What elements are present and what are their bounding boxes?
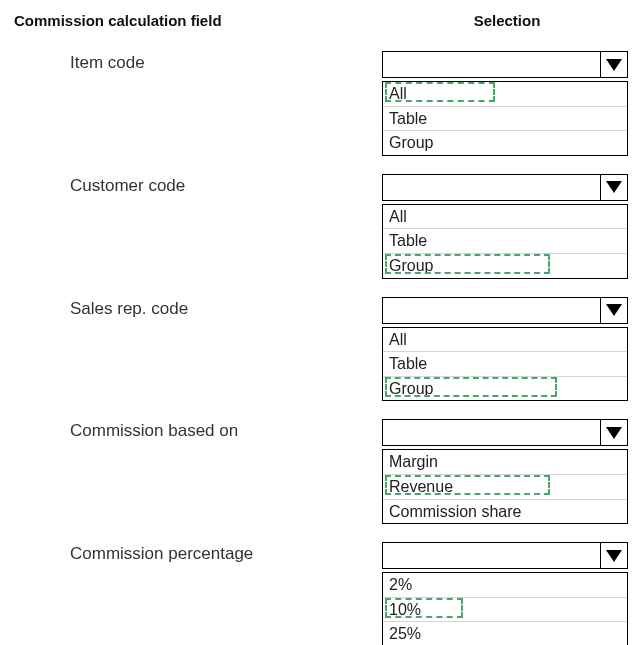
options-sales-rep-code: All Table Group (382, 327, 628, 402)
dropdown-commission-percentage[interactable] (382, 542, 628, 569)
column-header-selection: Selection (382, 12, 632, 39)
option-label: Group (389, 257, 433, 274)
dropdown-customer-code[interactable] (382, 174, 628, 201)
option-customer-code-all[interactable]: All (383, 205, 627, 230)
dropdown-item-code[interactable] (382, 51, 628, 78)
options-commission-percentage: 2% 10% 25% (382, 572, 628, 645)
option-based-on-margin[interactable]: Margin (383, 450, 627, 475)
option-label: 25% (389, 625, 421, 642)
options-item-code: All Table Group (382, 81, 628, 156)
dropdown-sales-rep-code[interactable] (382, 297, 628, 324)
chevron-down-icon (600, 175, 627, 200)
column-header-field: Commission calculation field (12, 12, 382, 39)
option-label: All (389, 331, 407, 348)
label-commission-percentage: Commission percentage (12, 530, 382, 645)
option-label: Table (389, 110, 427, 127)
option-customer-code-table[interactable]: Table (383, 229, 627, 254)
chevron-down-icon (600, 543, 627, 568)
label-customer-code: Customer code (12, 162, 382, 285)
chevron-down-icon (600, 420, 627, 445)
dropdown-commission-based-on[interactable] (382, 419, 628, 446)
option-percentage-10[interactable]: 10% (383, 598, 627, 623)
svg-marker-3 (606, 427, 622, 439)
option-label: 2% (389, 576, 412, 593)
svg-marker-0 (606, 59, 622, 71)
chevron-down-icon (600, 52, 627, 77)
option-based-on-revenue[interactable]: Revenue (383, 475, 627, 500)
option-percentage-2[interactable]: 2% (383, 573, 627, 598)
svg-marker-2 (606, 304, 622, 316)
label-sales-rep-code: Sales rep. code (12, 285, 382, 408)
option-label: Table (389, 355, 427, 372)
option-label: All (389, 85, 407, 102)
options-customer-code: All Table Group (382, 204, 628, 279)
option-label: Commission share (389, 503, 521, 520)
option-label: All (389, 208, 407, 225)
option-sales-rep-code-all[interactable]: All (383, 328, 627, 353)
option-label: Group (389, 134, 433, 151)
option-label: Group (389, 380, 433, 397)
option-item-code-all[interactable]: All (383, 82, 627, 107)
option-label: 10% (389, 601, 421, 618)
options-commission-based-on: Margin Revenue Commission share (382, 449, 628, 524)
option-label: Table (389, 232, 427, 249)
option-percentage-25[interactable]: 25% (383, 622, 627, 645)
option-sales-rep-code-group[interactable]: Group (383, 377, 627, 401)
option-item-code-group[interactable]: Group (383, 131, 627, 155)
option-based-on-commission-share[interactable]: Commission share (383, 500, 627, 524)
label-item-code: Item code (12, 39, 382, 162)
option-label: Margin (389, 453, 438, 470)
svg-marker-4 (606, 550, 622, 562)
option-customer-code-group[interactable]: Group (383, 254, 627, 278)
option-sales-rep-code-table[interactable]: Table (383, 352, 627, 377)
option-item-code-table[interactable]: Table (383, 107, 627, 132)
chevron-down-icon (600, 298, 627, 323)
label-commission-based-on: Commission based on (12, 407, 382, 530)
svg-marker-1 (606, 181, 622, 193)
option-label: Revenue (389, 478, 453, 495)
